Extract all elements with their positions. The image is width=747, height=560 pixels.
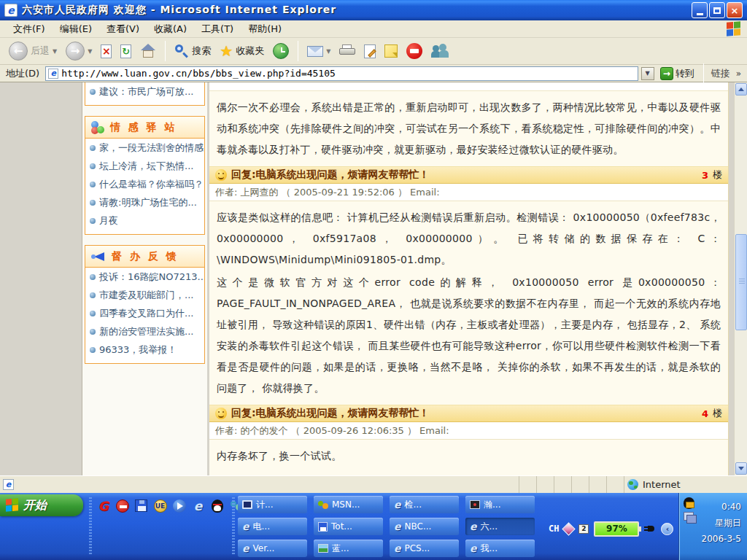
- vertical-scrollbar[interactable]: [734, 82, 747, 475]
- taskbar-button[interactable]: ePCS...: [390, 540, 459, 557]
- favorites-button[interactable]: ★ 收藏夹: [217, 42, 267, 60]
- battery-indicator[interactable]: 97%: [594, 521, 639, 537]
- windows-update-icon[interactable]: [684, 512, 694, 521]
- menu-help[interactable]: 帮助(H): [241, 21, 289, 37]
- flashget-icon[interactable]: G: [96, 499, 110, 513]
- taskbar-button[interactable]: e我...: [465, 540, 535, 557]
- ie-icon: e: [394, 542, 401, 554]
- scroll-up-button[interactable]: [735, 83, 747, 96]
- qq-lock-icon[interactable]: [684, 497, 694, 509]
- scrollbar-thumb[interactable]: [735, 234, 747, 330]
- start-button[interactable]: 开始: [0, 494, 83, 516]
- taskbar-button[interactable]: eNBC...: [390, 518, 459, 535]
- ie-icon: e: [242, 521, 249, 532]
- bullet-icon: [90, 218, 96, 224]
- notes-button[interactable]: [382, 43, 400, 59]
- sidebar-link[interactable]: 坛上冷清，坛下热情...: [85, 157, 204, 175]
- ime-keyboard-icon[interactable]: 2: [578, 524, 589, 534]
- post-body: 偶尔一次不必理会，系统出错是正常的，重新启动即可，出现次数多了，两种情况比较常见…: [209, 91, 728, 166]
- monitor-icon: [470, 500, 480, 509]
- menu-file[interactable]: 文件(F): [6, 21, 53, 37]
- reply-header: 回复:电脑系统出现问题，烦请网友帮帮忙！ 3 楼: [209, 166, 728, 184]
- sidebar-link[interactable]: 新的治安管理法实施...: [85, 322, 204, 341]
- forum-thread: 偶尔一次不必理会，系统出错是正常的，重新启动即可，出现次数多了，两种情况比较常见…: [209, 82, 729, 475]
- menu-view[interactable]: 查看(V): [99, 21, 147, 37]
- sidebar-link[interactable]: 家，一段无法割舍的情感: [85, 139, 204, 157]
- red-badge-icon[interactable]: [115, 499, 129, 513]
- bullet-icon: [90, 329, 96, 335]
- sidebar-box-emotion: 情 感 驿 站 家，一段无法割舍的情感 坛上冷清，坛下热情... 什么是幸福？你…: [85, 116, 205, 235]
- taskbar-button[interactable]: 计...: [238, 496, 307, 513]
- links-label[interactable]: 链接: [710, 67, 732, 80]
- taskbar-button-active[interactable]: e六...: [465, 518, 535, 535]
- back-button[interactable]: ← 后退 ▼: [6, 40, 60, 62]
- print-icon: [339, 44, 355, 58]
- ie-icon: e: [470, 521, 477, 532]
- close-button[interactable]: ×: [727, 2, 743, 18]
- qq-icon[interactable]: [210, 499, 224, 513]
- sidebar-link[interactable]: 月夜: [85, 211, 204, 230]
- bullet-icon: [90, 292, 96, 298]
- edit-button[interactable]: [361, 43, 379, 60]
- media-player-icon[interactable]: [172, 499, 186, 513]
- tray-collapse-icon[interactable]: ‹: [661, 523, 673, 535]
- forward-icon: →: [66, 42, 85, 61]
- post-separator: [209, 82, 728, 91]
- download-tool-button[interactable]: [403, 42, 425, 61]
- title-bar: e 六安市人民政府网 欢迎您 - Microsoft Internet Expl…: [0, 0, 747, 20]
- sidebar-link[interactable]: 市建委及职能部门，...: [85, 286, 204, 304]
- address-input[interactable]: e http://www.luan.gov.cn/bbs/bbs_view.ph…: [45, 66, 638, 81]
- taskbar-button[interactable]: eVer...: [238, 540, 307, 557]
- reply-author-row: 作者: 的个的发个 （ 2005-09-26 12:06:35 ） Email:: [209, 422, 728, 440]
- refresh-icon: ↻: [120, 44, 131, 58]
- maximize-button[interactable]: [709, 2, 725, 18]
- taskbar-button[interactable]: 蓝...: [314, 540, 383, 557]
- address-dropdown-icon[interactable]: ▼: [641, 67, 654, 80]
- post-paragraph: 偶尔一次不必理会，系统出错是正常的，重新启动即可，出现次数多了，两种情况比较常见…: [217, 97, 721, 160]
- internet-explorer-icon[interactable]: e: [191, 499, 205, 513]
- picture-icon: [318, 544, 328, 553]
- refresh-button[interactable]: ↻: [117, 43, 134, 60]
- taskbar-button[interactable]: 瀚...: [465, 496, 535, 513]
- language-indicator[interactable]: CH: [549, 524, 559, 534]
- disk-app-icon[interactable]: [134, 499, 148, 513]
- scroll-down-button[interactable]: [735, 462, 747, 475]
- menu-favorites[interactable]: 收藏(A): [147, 21, 194, 37]
- sidebar-link[interactable]: 投诉：16路皖NO7213...: [85, 268, 204, 286]
- reply-author-row: 作者: 上网查的 （ 2005-09-21 19:52:06 ） Email:: [209, 184, 728, 201]
- sidebar-link[interactable]: 请教:明珠广场住宅的...: [85, 193, 204, 211]
- sidebar-link[interactable]: 96333，我举报！: [85, 341, 204, 359]
- sidebar-link[interactable]: 四季春交叉路口为什...: [85, 304, 204, 322]
- security-zone-pane: Internet: [624, 476, 747, 493]
- forward-dropdown-icon[interactable]: ▼: [88, 48, 92, 55]
- sidebar-link[interactable]: 建议：市民广场可放...: [85, 82, 204, 101]
- taskbar-button[interactable]: e电...: [238, 518, 307, 535]
- home-button[interactable]: [137, 42, 159, 60]
- taskbar-button[interactable]: MSN...: [314, 496, 383, 513]
- menu-edit[interactable]: 编辑(E): [53, 21, 99, 37]
- links-chevron-icon[interactable]: »: [735, 69, 744, 79]
- mail-button[interactable]: ▼: [304, 44, 333, 58]
- taskbar-button[interactable]: Tot...: [314, 518, 383, 535]
- search-button[interactable]: 搜索: [171, 42, 214, 60]
- taskbar-button[interactable]: e检...: [390, 496, 459, 513]
- messenger-button[interactable]: [428, 42, 452, 60]
- back-dropdown-icon[interactable]: ▼: [53, 48, 57, 55]
- toolbar-grip[interactable]: [232, 497, 235, 556]
- stop-button[interactable]: ×: [98, 43, 115, 60]
- print-button[interactable]: [336, 43, 358, 59]
- sidebar-link[interactable]: 什么是幸福？你幸福吗？: [85, 175, 204, 193]
- forward-button[interactable]: → ▼: [63, 40, 95, 62]
- ultraedit-icon[interactable]: UE: [153, 499, 167, 513]
- mail-dropdown-icon[interactable]: ▼: [326, 48, 330, 55]
- history-button[interactable]: [270, 42, 292, 61]
- reply-title: 回复:电脑系统出现问题，烦请网友帮帮忙！: [231, 407, 697, 420]
- minimize-button[interactable]: [692, 2, 708, 18]
- mail-icon: [307, 46, 323, 57]
- power-plug-icon[interactable]: [644, 524, 656, 534]
- post-paragraph: 这个是微软官方对这个error code的解释， 0x10000050 erro…: [217, 272, 721, 399]
- menu-tools[interactable]: 工具(T): [194, 21, 241, 37]
- toolbar-grip[interactable]: [89, 497, 92, 556]
- ime-diamond-icon[interactable]: [562, 522, 576, 535]
- go-button[interactable]: → 转到: [657, 67, 697, 80]
